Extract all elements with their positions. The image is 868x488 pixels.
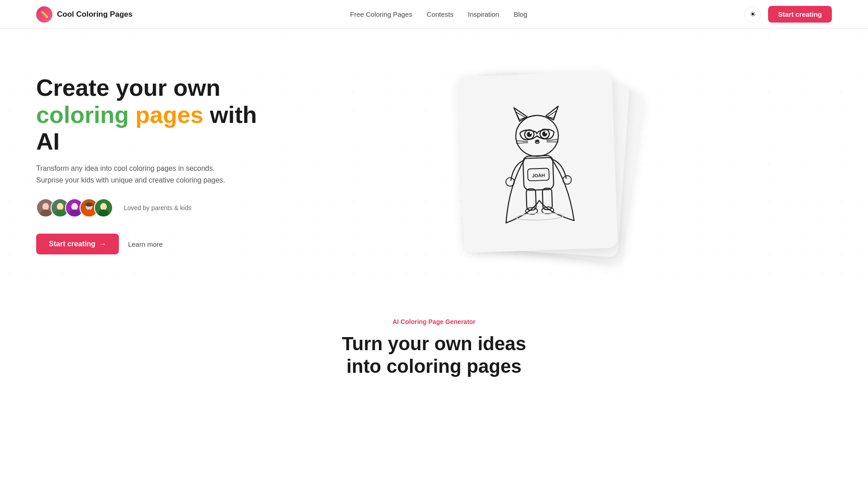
hero-start-creating-button[interactable]: Start creating → <box>36 234 119 254</box>
card-front: JOAH <box>458 71 618 253</box>
hero-actions: Start creating → Learn more <box>36 234 262 254</box>
logo-link[interactable]: ✏️ Cool Coloring Pages <box>36 6 132 23</box>
section2-badge: AI Coloring Page Generator <box>36 318 832 325</box>
svg-point-51 <box>516 212 563 221</box>
arrow-icon: → <box>99 240 106 248</box>
cards-stack: S <box>452 74 642 255</box>
nav-inspiration[interactable]: Inspiration <box>468 10 499 18</box>
navbar: ✏️ Cool Coloring Pages Free Coloring Pag… <box>0 0 868 29</box>
hero-title: Create your own coloring pages with AI <box>36 75 262 155</box>
section2-title-line1: Turn your own ideas <box>342 333 526 354</box>
section2: AI Coloring Page Generator Turn your own… <box>0 291 868 396</box>
brand-name: Cool Coloring Pages <box>57 10 132 19</box>
avatars-group <box>36 198 113 217</box>
avatar-5 <box>94 198 113 217</box>
svg-point-6 <box>55 210 66 217</box>
hero-title-line1: Create your own <box>36 75 220 101</box>
nav-right: ☀ Start creating <box>745 6 832 23</box>
hero-right: S <box>262 70 832 259</box>
svg-point-2 <box>40 210 51 217</box>
section2-title: Turn your own ideas into coloring pages <box>36 333 832 378</box>
nav-blog[interactable]: Blog <box>514 10 527 18</box>
nav-free-coloring-pages[interactable]: Free Coloring Pages <box>350 10 412 18</box>
svg-point-14 <box>84 210 94 217</box>
hero-description: Transform any idea into cool coloring pa… <box>36 163 226 186</box>
svg-text:JOAH: JOAH <box>532 173 545 178</box>
svg-line-48 <box>516 143 528 144</box>
svg-rect-29 <box>526 189 536 211</box>
svg-rect-30 <box>542 188 552 210</box>
svg-point-7 <box>57 203 63 209</box>
svg-point-19 <box>98 210 109 217</box>
svg-line-49 <box>547 139 558 141</box>
hero-left: Create your own coloring pages with AI T… <box>36 75 262 255</box>
nav-links: Free Coloring Pages Contests Inspiration… <box>350 10 527 18</box>
svg-point-33 <box>506 178 514 186</box>
svg-point-46 <box>535 140 540 142</box>
nav-contests[interactable]: Contests <box>427 10 453 18</box>
svg-point-34 <box>563 175 571 184</box>
avatars-row: Loved by parents & kids <box>36 198 262 217</box>
hero-section: Create your own coloring pages with AI T… <box>0 29 868 291</box>
loved-text: Loved by parents & kids <box>124 204 191 211</box>
svg-point-20 <box>101 203 107 209</box>
learn-more-link[interactable]: Learn more <box>128 240 163 248</box>
svg-line-47 <box>516 141 528 142</box>
theme-toggle-button[interactable]: ☀ <box>745 6 761 23</box>
svg-point-10 <box>69 210 80 217</box>
svg-point-11 <box>72 203 78 209</box>
section2-title-line2: into coloring pages <box>346 356 521 377</box>
hero-word-pages: pages <box>136 102 203 128</box>
svg-point-3 <box>43 203 49 209</box>
logo-icon: ✏️ <box>36 6 52 23</box>
svg-point-16 <box>85 203 93 207</box>
hero-word-coloring: coloring <box>36 102 129 128</box>
svg-line-50 <box>547 141 558 142</box>
nav-start-creating-button[interactable]: Start creating <box>768 6 832 23</box>
